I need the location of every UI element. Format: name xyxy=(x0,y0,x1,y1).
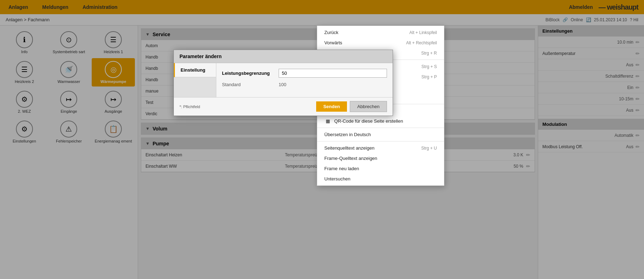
ctx-back[interactable]: Zurück Alt + Linkspfeil xyxy=(317,27,444,38)
cancel-button[interactable]: Abbrechen xyxy=(350,101,387,112)
modal-tabs: Einstellung xyxy=(174,63,216,97)
modal-field-label: Leistungsbegrenzung xyxy=(222,71,279,76)
modal-header: Parameter ändern xyxy=(174,50,393,63)
modal-tab-einstellung[interactable]: Einstellung xyxy=(174,63,216,77)
ctx-framesource[interactable]: Frame-Quelltext anzeigen xyxy=(317,153,444,163)
ctx-qrcode[interactable]: ▦ QR-Code für diese Seite erstellen xyxy=(317,116,444,126)
modal-content: Leistungsbegrenzung Standard 100 xyxy=(216,63,393,97)
ctx-forward[interactable]: Vorwärts Alt + Rechtspfeil xyxy=(317,38,444,48)
modal-standard-value: 100 xyxy=(279,82,286,87)
qrcode-icon: ▦ xyxy=(324,118,331,124)
modal-field-row: Leistungsbegrenzung xyxy=(222,69,387,78)
modal-field-input[interactable] xyxy=(279,69,387,78)
ctx-framereload[interactable]: Frame neu laden xyxy=(317,163,444,174)
ctx-viewsource[interactable]: Seitenquelltext anzeigen Strg + U xyxy=(317,143,444,153)
parameter-modal: Parameter ändern Einstellung Leistungsbe… xyxy=(173,50,393,116)
modal-footer: *: Pflichtfeld Senden Abbrechen xyxy=(174,97,393,116)
modal-body: Einstellung Leistungsbegrenzung Standard… xyxy=(174,63,393,97)
send-button[interactable]: Senden xyxy=(316,101,347,112)
required-note: *: Pflichtfeld xyxy=(179,105,200,109)
ctx-inspect[interactable]: Untersuchen xyxy=(317,174,444,184)
modal-standard-label: Standard xyxy=(222,82,279,87)
modal-standard-row: Standard 100 xyxy=(222,82,387,87)
ctx-translate[interactable]: Übersetzen in Deutsch xyxy=(317,129,444,140)
